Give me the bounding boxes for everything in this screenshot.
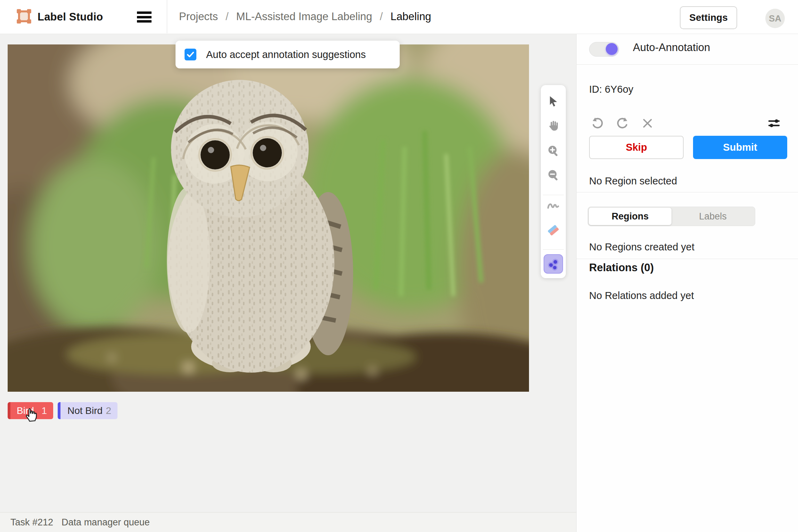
regions-labels-tabs: Regions Labels (588, 207, 755, 226)
sidebar-divider (577, 259, 798, 259)
auto-annotation-label: Auto-Annotation (633, 41, 710, 54)
toolbar-divider (543, 249, 564, 250)
user-avatar[interactable]: SA (765, 9, 785, 28)
pan-tool-icon[interactable] (546, 118, 561, 133)
sidebar-divider (577, 192, 798, 192)
redo-icon[interactable] (616, 116, 629, 130)
relations-empty-text: No Relations added yet (589, 290, 694, 301)
zoom-in-tool-icon[interactable] (546, 143, 561, 159)
settings-button[interactable]: Settings (680, 6, 737, 29)
breadcrumb-project-name[interactable]: ML-Assisted Image Labeling (236, 10, 372, 23)
hotkey-badge: 1 (41, 405, 47, 416)
submit-button[interactable]: Submit (693, 136, 787, 159)
tab-regions[interactable]: Regions (589, 208, 671, 225)
queue-name: Data manager queue (62, 517, 150, 528)
move-tool-icon[interactable] (546, 94, 561, 109)
annotation-sidebar: Auto-Annotation ID: 6Y6oy (576, 34, 798, 532)
tab-labels[interactable]: Labels (671, 208, 754, 225)
label-studio-app: Label Studio Projects / ML-Assisted Imag… (0, 0, 798, 532)
app-logo[interactable]: Label Studio (16, 8, 103, 26)
label-chips: Bird 1 Not Bird 2 (8, 402, 117, 419)
toolbar-divider (543, 195, 564, 195)
view-settings-sliders-icon[interactable] (767, 116, 781, 130)
region-status-text: No Region selected (589, 175, 677, 187)
header-divider (167, 0, 167, 33)
skip-button[interactable]: Skip (589, 136, 684, 159)
hotkey-badge: 2 (106, 405, 111, 416)
regions-empty-text: No Regions created yet (589, 241, 694, 253)
breadcrumb-labeling: Labeling (390, 10, 431, 23)
app-title: Label Studio (38, 11, 103, 23)
label-studio-logo-icon (16, 8, 32, 26)
breadcrumb: Projects / ML-Assisted Image Labeling / … (179, 0, 431, 33)
relations-heading: Relations (0) (589, 261, 654, 274)
menu-hamburger-icon[interactable] (137, 11, 152, 23)
auto-accept-panel: Auto accept annotation suggestions (176, 41, 400, 68)
toggle-knob (606, 43, 618, 55)
labeling-workspace: Auto accept annotation suggestions (0, 34, 576, 532)
magic-wand-tool-icon[interactable] (544, 254, 563, 274)
history-controls (577, 116, 798, 132)
auto-annotation-row: Auto-Annotation (577, 34, 798, 65)
auto-accept-checkbox[interactable] (185, 49, 196, 60)
top-bar: Label Studio Projects / ML-Assisted Imag… (0, 0, 798, 34)
eraser-tool-icon[interactable] (546, 223, 561, 238)
breadcrumb-projects[interactable]: Projects (179, 10, 218, 23)
task-image-owl[interactable] (8, 44, 529, 392)
status-bar: Task #212 Data manager queue (0, 512, 576, 532)
undo-icon[interactable] (591, 116, 604, 130)
tool-palette (541, 85, 566, 278)
label-chip-not-bird[interactable]: Not Bird 2 (58, 402, 117, 419)
annotation-id: ID: 6Y6oy (589, 84, 633, 95)
brush-tool-icon[interactable] (546, 198, 561, 214)
reset-icon[interactable] (641, 116, 654, 130)
zoom-out-tool-icon[interactable] (546, 168, 561, 183)
auto-annotation-toggle[interactable] (589, 42, 619, 57)
auto-accept-label[interactable]: Auto accept annotation suggestions (206, 49, 366, 60)
task-number: Task #212 (10, 517, 53, 528)
label-chip-bird[interactable]: Bird 1 (8, 402, 53, 419)
